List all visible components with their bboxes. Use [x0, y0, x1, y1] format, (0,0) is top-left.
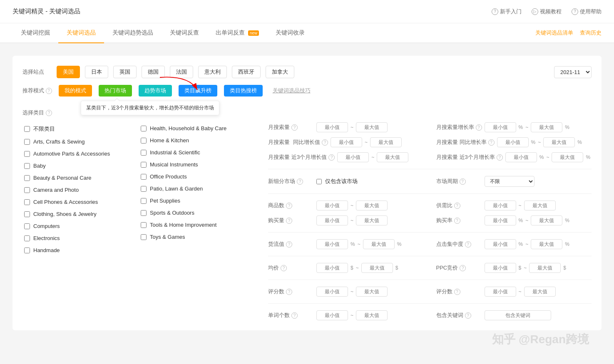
category-item-pet[interactable]: Pet Supplies [139, 195, 256, 207]
category-item-all[interactable]: 不限类目 [22, 122, 139, 136]
click-concentration-min[interactable] [485, 239, 516, 249]
new-segment-checkbox[interactable] [316, 179, 322, 184]
mode-btn-tips[interactable]: 关键词选品技巧 [269, 85, 314, 97]
3m-growth-rate-min[interactable] [505, 152, 537, 162]
category-checkbox-toys[interactable] [141, 234, 147, 240]
avg-price-help[interactable]: ? [281, 265, 287, 271]
ppc-min[interactable] [485, 263, 516, 273]
monthly-search-help[interactable]: ? [291, 124, 298, 131]
click-concentration-max[interactable] [531, 239, 562, 249]
monthly-yoy-help[interactable]: ? [322, 139, 328, 146]
selection-list-link[interactable]: 关键词选品清单 [535, 29, 573, 37]
category-checkbox-baby[interactable] [24, 163, 30, 169]
tab-keyword-mining[interactable]: 关键词挖掘 [12, 23, 58, 43]
category-checkbox-beauty[interactable] [24, 175, 30, 181]
ppc-max[interactable] [529, 263, 561, 273]
category-checkbox-electronics[interactable] [24, 235, 30, 241]
supply-demand-max[interactable] [524, 201, 556, 210]
category-item-arts[interactable]: Arts, Crafts & Sewing [22, 136, 139, 148]
category-checkbox-all[interactable] [24, 126, 30, 132]
category-item-computers[interactable]: Computers [22, 220, 139, 232]
mode-btn-hot-search[interactable]: 类目热搜榜 [224, 85, 263, 97]
category-item-musical[interactable]: Musical Instruments [139, 158, 256, 171]
mode-btn-hot[interactable]: 热门市场 [99, 85, 132, 97]
category-item-sports[interactable]: Sports & Outdoors [139, 207, 256, 219]
3m-growth-min[interactable] [337, 152, 369, 162]
query-history-link[interactable]: 查询历史 [580, 29, 602, 37]
tab-keyword-selection[interactable]: 关键词选品 [58, 23, 104, 43]
tab-keyword-reverse[interactable]: 关键词反查 [162, 23, 207, 43]
category-checkbox-patio[interactable] [141, 186, 147, 192]
category-item-home[interactable]: Home & Kitchen [139, 134, 256, 146]
category-checkbox-industrial[interactable] [141, 150, 147, 156]
word-count-help[interactable]: ? [291, 312, 298, 319]
purchase-max[interactable] [356, 215, 388, 225]
ppc-help[interactable]: ? [460, 265, 466, 271]
newbie-guide-btn[interactable]: ? 新手入门 [492, 8, 522, 15]
purchase-rate-help[interactable]: ? [454, 218, 460, 224]
monthly-search-max[interactable] [356, 122, 388, 132]
category-item-toys[interactable]: Toys & Games [139, 231, 256, 243]
rating2-max[interactable] [524, 287, 556, 297]
rating2-min[interactable] [485, 287, 516, 297]
site-btn-spain[interactable]: 西班牙 [232, 66, 261, 78]
3m-growth-max[interactable] [377, 152, 408, 162]
category-item-industrial[interactable]: Industrial & Scientific [139, 146, 256, 158]
category-checkbox-health[interactable] [141, 126, 147, 131]
monthly-yoy-rate-min[interactable] [497, 137, 529, 147]
purchase-rate-max[interactable] [531, 215, 562, 225]
related-keywords-help[interactable]: ? [465, 312, 471, 319]
category-checkbox-computers[interactable] [24, 223, 30, 229]
word-count-max[interactable] [356, 310, 388, 320]
cargo-value-max[interactable] [363, 239, 395, 249]
category-checkbox-camera[interactable] [24, 187, 30, 193]
category-item-handmade[interactable]: Handmade [22, 244, 139, 256]
category-checkbox-auto[interactable] [24, 151, 30, 157]
monthly-growth-help[interactable]: ? [476, 124, 482, 131]
monthly-growth-min[interactable] [485, 122, 516, 132]
purchase-rate-min[interactable] [485, 215, 516, 225]
purchase-help[interactable]: ? [286, 218, 292, 224]
new-segment-help[interactable]: ? [297, 178, 303, 185]
avg-price-min[interactable] [316, 263, 348, 273]
tab-order-reverse[interactable]: 出单词反查 new [207, 23, 267, 43]
category-item-camera[interactable]: Camera and Photo [22, 184, 139, 196]
mode-btn-rising[interactable]: 类目飙升榜 [179, 85, 217, 97]
category-checkbox-handmade[interactable] [24, 248, 30, 253]
site-btn-canada[interactable]: 加拿大 [266, 66, 294, 78]
category-item-beauty[interactable]: Beauty & Personal Care [22, 172, 139, 184]
tab-keyword-trend[interactable]: 关键词趋势选品 [104, 23, 162, 43]
product-count-min[interactable] [316, 201, 348, 210]
rating-min[interactable] [316, 287, 348, 297]
supply-demand-min[interactable] [485, 201, 516, 210]
video-tutorial-btn[interactable]: ▷ 视频教程 [532, 8, 562, 15]
site-btn-germany[interactable]: 德国 [142, 66, 165, 78]
monthly-yoy-rate-help[interactable]: ? [488, 139, 495, 146]
category-checkbox-tools[interactable] [141, 222, 147, 228]
date-select[interactable]: 2021-11 [554, 66, 592, 78]
category-item-electronics[interactable]: Electronics [22, 232, 139, 244]
site-btn-japan[interactable]: 日本 [85, 66, 108, 78]
category-item-office[interactable]: Office Products [139, 171, 256, 183]
category-checkbox-home[interactable] [141, 138, 147, 144]
rating2-help[interactable]: ? [454, 289, 460, 295]
product-count-max[interactable] [356, 201, 388, 210]
cargo-value-help[interactable]: ? [286, 241, 292, 248]
mode-btn-my[interactable]: 我的模式 [59, 85, 92, 97]
monthly-yoy-min[interactable] [331, 137, 362, 147]
monthly-growth-max[interactable] [531, 122, 562, 132]
monthly-yoy-max[interactable] [370, 137, 402, 147]
site-btn-france[interactable]: 法国 [170, 66, 193, 78]
category-checkbox-arts[interactable] [24, 139, 30, 145]
category-help-icon[interactable]: ? [46, 110, 52, 116]
category-item-cell[interactable]: Cell Phones & Accessories [22, 196, 139, 208]
category-checkbox-office[interactable] [141, 174, 147, 180]
click-concentration-help[interactable]: ? [465, 241, 471, 248]
mode-help-icon[interactable]: ? [46, 88, 52, 94]
3m-growth-rate-help[interactable]: ? [497, 154, 503, 161]
market-cycle-select[interactable]: 不限 成长期 成熟期 衰退期 [485, 176, 534, 187]
cargo-value-min[interactable] [316, 239, 348, 249]
category-checkbox-clothing[interactable] [24, 211, 30, 217]
category-checkbox-musical[interactable] [141, 162, 147, 168]
category-checkbox-cell[interactable] [24, 199, 30, 205]
